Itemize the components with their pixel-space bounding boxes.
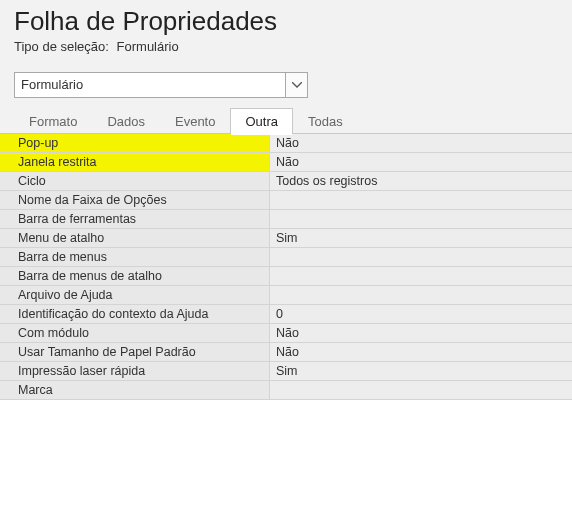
property-label: Nome da Faixa de Opções [0, 191, 270, 209]
selection-type-label: Tipo de seleção: [14, 39, 109, 54]
property-row-barra-menus[interactable]: Barra de menus [0, 248, 572, 267]
property-label: Menu de atalho [0, 229, 270, 247]
tab-todas[interactable]: Todas [293, 108, 358, 134]
property-label: Pop-up [0, 134, 270, 152]
selection-type: Tipo de seleção: Formulário [0, 39, 572, 72]
property-label: Usar Tamanho de Papel Padrão [0, 343, 270, 361]
property-row-barra-menus-atalho[interactable]: Barra de menus de atalho [0, 267, 572, 286]
property-value[interactable] [270, 248, 572, 266]
property-label: Janela restrita [0, 153, 270, 171]
property-row-id-contexto-ajuda[interactable]: Identificação do contexto da Ajuda0 [0, 305, 572, 324]
property-label: Barra de menus [0, 248, 270, 266]
property-value[interactable]: 0 [270, 305, 572, 323]
object-selector-row: Formulário [0, 72, 572, 106]
object-selector[interactable]: Formulário [14, 72, 308, 98]
property-label: Barra de ferramentas [0, 210, 270, 228]
property-label: Ciclo [0, 172, 270, 190]
page-title: Folha de Propriedades [0, 6, 572, 39]
property-row-marca[interactable]: Marca [0, 381, 572, 400]
property-value[interactable] [270, 210, 572, 228]
property-label: Marca [0, 381, 270, 399]
tab-formato[interactable]: Formato [14, 108, 92, 134]
property-value[interactable]: Sim [270, 229, 572, 247]
tab-strip: FormatoDadosEventoOutraTodas [0, 106, 572, 134]
object-selector-value: Formulário [15, 73, 285, 97]
property-row-nome-faixa-opcoes[interactable]: Nome da Faixa de Opções [0, 191, 572, 210]
property-value[interactable] [270, 191, 572, 209]
property-row-com-modulo[interactable]: Com móduloNão [0, 324, 572, 343]
property-value[interactable]: Não [270, 153, 572, 171]
tab-evento[interactable]: Evento [160, 108, 230, 134]
property-label: Impressão laser rápida [0, 362, 270, 380]
property-label: Arquivo de Ajuda [0, 286, 270, 304]
property-grid: Pop-upNãoJanela restritaNãoCicloTodos os… [0, 133, 572, 400]
property-value[interactable] [270, 381, 572, 399]
property-label: Com módulo [0, 324, 270, 342]
property-row-menu-atalho[interactable]: Menu de atalhoSim [0, 229, 572, 248]
property-grid-whitespace [0, 400, 572, 520]
tab-dados[interactable]: Dados [92, 108, 160, 134]
property-row-barra-ferramentas[interactable]: Barra de ferramentas [0, 210, 572, 229]
property-sheet-pane: Folha de Propriedades Tipo de seleção: F… [0, 0, 572, 520]
property-row-impressao-laser[interactable]: Impressão laser rápidaSim [0, 362, 572, 381]
property-value[interactable] [270, 286, 572, 304]
property-value[interactable]: Não [270, 134, 572, 152]
property-value[interactable]: Não [270, 343, 572, 361]
object-selector-dropdown-button[interactable] [285, 73, 307, 97]
chevron-down-icon [292, 82, 302, 88]
property-value[interactable]: Sim [270, 362, 572, 380]
property-row-ciclo[interactable]: CicloTodos os registros [0, 172, 572, 191]
selection-type-value: Formulário [117, 39, 179, 54]
property-value[interactable] [270, 267, 572, 285]
property-row-pop-up[interactable]: Pop-upNão [0, 134, 572, 153]
property-row-arquivo-ajuda[interactable]: Arquivo de Ajuda [0, 286, 572, 305]
property-row-janela-restrita[interactable]: Janela restritaNão [0, 153, 572, 172]
property-value[interactable]: Não [270, 324, 572, 342]
property-label: Identificação do contexto da Ajuda [0, 305, 270, 323]
property-value[interactable]: Todos os registros [270, 172, 572, 190]
property-label: Barra de menus de atalho [0, 267, 270, 285]
property-row-usar-tamanho-papel[interactable]: Usar Tamanho de Papel PadrãoNão [0, 343, 572, 362]
tab-outra[interactable]: Outra [230, 108, 293, 134]
